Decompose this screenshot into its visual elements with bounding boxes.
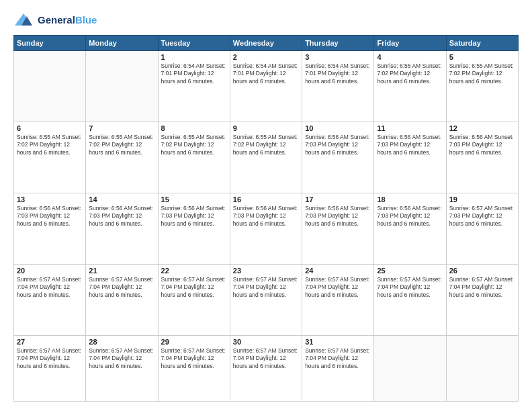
cell-info: Sunrise: 6:54 AM Sunset: 7:01 PM Dayligh… — [305, 62, 371, 85]
day-number: 31 — [305, 338, 371, 346]
day-number: 26 — [449, 267, 515, 275]
header: GeneralBlue — [13, 12, 519, 28]
cell-info: Sunrise: 6:55 AM Sunset: 7:02 PM Dayligh… — [449, 62, 515, 85]
logo-icon — [13, 12, 34, 28]
calendar-cell — [446, 335, 518, 401]
calendar-cell: 5Sunrise: 6:55 AM Sunset: 7:02 PM Daylig… — [446, 51, 518, 122]
calendar-cell: 1Sunrise: 6:54 AM Sunset: 7:01 PM Daylig… — [158, 51, 230, 122]
cell-info: Sunrise: 6:55 AM Sunset: 7:02 PM Dayligh… — [377, 62, 443, 85]
day-number: 21 — [89, 267, 154, 275]
calendar-cell: 26Sunrise: 6:57 AM Sunset: 7:04 PM Dayli… — [446, 264, 518, 335]
calendar-cell — [86, 51, 158, 122]
page: GeneralBlue SundayMondayTuesdayWednesday… — [0, 0, 532, 411]
cell-info: Sunrise: 6:57 AM Sunset: 7:03 PM Dayligh… — [449, 205, 515, 228]
day-number: 8 — [161, 124, 227, 132]
day-number: 22 — [161, 267, 227, 275]
day-number: 30 — [233, 338, 299, 346]
calendar-cell: 13Sunrise: 6:56 AM Sunset: 7:03 PM Dayli… — [14, 193, 86, 264]
day-number: 5 — [449, 53, 515, 61]
col-header-tuesday: Tuesday — [158, 36, 230, 51]
col-header-friday: Friday — [374, 36, 446, 51]
cell-info: Sunrise: 6:56 AM Sunset: 7:03 PM Dayligh… — [377, 205, 443, 228]
day-number: 1 — [161, 53, 227, 61]
calendar-cell: 27Sunrise: 6:57 AM Sunset: 7:04 PM Dayli… — [14, 335, 86, 401]
calendar-cell: 30Sunrise: 6:57 AM Sunset: 7:04 PM Dayli… — [230, 335, 302, 401]
day-number: 25 — [377, 267, 443, 275]
cell-info: Sunrise: 6:57 AM Sunset: 7:04 PM Dayligh… — [89, 276, 154, 299]
calendar-cell: 22Sunrise: 6:57 AM Sunset: 7:04 PM Dayli… — [158, 264, 230, 335]
calendar-cell: 10Sunrise: 6:56 AM Sunset: 7:03 PM Dayli… — [302, 122, 374, 193]
calendar-cell: 2Sunrise: 6:54 AM Sunset: 7:01 PM Daylig… — [230, 51, 302, 122]
cell-info: Sunrise: 6:57 AM Sunset: 7:04 PM Dayligh… — [161, 347, 227, 370]
col-header-saturday: Saturday — [446, 36, 518, 51]
day-number: 14 — [89, 195, 154, 203]
cell-info: Sunrise: 6:56 AM Sunset: 7:03 PM Dayligh… — [305, 134, 371, 156]
cell-info: Sunrise: 6:57 AM Sunset: 7:04 PM Dayligh… — [161, 276, 227, 299]
calendar-cell: 25Sunrise: 6:57 AM Sunset: 7:04 PM Dayli… — [374, 264, 446, 335]
calendar-cell: 23Sunrise: 6:57 AM Sunset: 7:04 PM Dayli… — [230, 264, 302, 335]
calendar-cell: 28Sunrise: 6:57 AM Sunset: 7:04 PM Dayli… — [86, 335, 158, 401]
calendar-cell: 7Sunrise: 6:55 AM Sunset: 7:02 PM Daylig… — [86, 122, 158, 193]
day-number: 6 — [17, 124, 83, 132]
cell-info: Sunrise: 6:56 AM Sunset: 7:03 PM Dayligh… — [377, 134, 443, 156]
calendar-cell — [374, 335, 446, 401]
cell-info: Sunrise: 6:57 AM Sunset: 7:04 PM Dayligh… — [89, 347, 154, 370]
cell-info: Sunrise: 6:55 AM Sunset: 7:02 PM Dayligh… — [161, 134, 227, 156]
cell-info: Sunrise: 6:56 AM Sunset: 7:03 PM Dayligh… — [161, 205, 227, 228]
calendar-cell: 11Sunrise: 6:56 AM Sunset: 7:03 PM Dayli… — [374, 122, 446, 193]
calendar-cell: 14Sunrise: 6:56 AM Sunset: 7:03 PM Dayli… — [86, 193, 158, 264]
logo: GeneralBlue — [13, 12, 97, 28]
day-number: 9 — [233, 124, 299, 132]
cell-info: Sunrise: 6:57 AM Sunset: 7:04 PM Dayligh… — [449, 276, 515, 299]
col-header-monday: Monday — [86, 36, 158, 51]
calendar-cell: 21Sunrise: 6:57 AM Sunset: 7:04 PM Dayli… — [86, 264, 158, 335]
calendar-cell — [14, 51, 86, 122]
day-number: 2 — [233, 53, 299, 61]
day-number: 15 — [161, 195, 227, 203]
logo-text: GeneralBlue — [38, 14, 97, 26]
calendar-cell: 20Sunrise: 6:57 AM Sunset: 7:04 PM Dayli… — [14, 264, 86, 335]
calendar-cell: 16Sunrise: 6:56 AM Sunset: 7:03 PM Dayli… — [230, 193, 302, 264]
day-number: 20 — [17, 267, 83, 275]
logo-accent: Blue — [75, 14, 97, 26]
day-number: 29 — [161, 338, 227, 346]
cell-info: Sunrise: 6:56 AM Sunset: 7:03 PM Dayligh… — [449, 134, 515, 156]
calendar-cell: 8Sunrise: 6:55 AM Sunset: 7:02 PM Daylig… — [158, 122, 230, 193]
cell-info: Sunrise: 6:56 AM Sunset: 7:03 PM Dayligh… — [89, 205, 154, 228]
cell-info: Sunrise: 6:56 AM Sunset: 7:03 PM Dayligh… — [305, 205, 371, 228]
calendar-cell: 9Sunrise: 6:55 AM Sunset: 7:02 PM Daylig… — [230, 122, 302, 193]
day-number: 3 — [305, 53, 371, 61]
day-number: 28 — [89, 338, 154, 346]
cell-info: Sunrise: 6:57 AM Sunset: 7:04 PM Dayligh… — [305, 347, 371, 370]
cell-info: Sunrise: 6:54 AM Sunset: 7:01 PM Dayligh… — [161, 62, 227, 85]
cell-info: Sunrise: 6:54 AM Sunset: 7:01 PM Dayligh… — [233, 62, 299, 85]
cell-info: Sunrise: 6:57 AM Sunset: 7:04 PM Dayligh… — [305, 276, 371, 299]
day-number: 7 — [89, 124, 154, 132]
day-number: 19 — [449, 195, 515, 203]
calendar-cell: 17Sunrise: 6:56 AM Sunset: 7:03 PM Dayli… — [302, 193, 374, 264]
cell-info: Sunrise: 6:55 AM Sunset: 7:02 PM Dayligh… — [233, 134, 299, 156]
cell-info: Sunrise: 6:55 AM Sunset: 7:02 PM Dayligh… — [17, 134, 83, 156]
cell-info: Sunrise: 6:57 AM Sunset: 7:04 PM Dayligh… — [377, 276, 443, 299]
cell-info: Sunrise: 6:56 AM Sunset: 7:03 PM Dayligh… — [233, 205, 299, 228]
calendar-cell: 31Sunrise: 6:57 AM Sunset: 7:04 PM Dayli… — [302, 335, 374, 401]
logo-line1: GeneralBlue — [38, 14, 97, 26]
cell-info: Sunrise: 6:55 AM Sunset: 7:02 PM Dayligh… — [89, 134, 154, 156]
day-number: 24 — [305, 267, 371, 275]
calendar-cell: 3Sunrise: 6:54 AM Sunset: 7:01 PM Daylig… — [302, 51, 374, 122]
day-number: 11 — [377, 124, 443, 132]
col-header-sunday: Sunday — [14, 36, 86, 51]
cell-info: Sunrise: 6:56 AM Sunset: 7:03 PM Dayligh… — [17, 205, 83, 228]
cell-info: Sunrise: 6:57 AM Sunset: 7:04 PM Dayligh… — [17, 276, 83, 299]
calendar-cell: 29Sunrise: 6:57 AM Sunset: 7:04 PM Dayli… — [158, 335, 230, 401]
cell-info: Sunrise: 6:57 AM Sunset: 7:04 PM Dayligh… — [233, 276, 299, 299]
day-number: 27 — [17, 338, 83, 346]
cell-info: Sunrise: 6:57 AM Sunset: 7:04 PM Dayligh… — [17, 347, 83, 370]
calendar-cell: 12Sunrise: 6:56 AM Sunset: 7:03 PM Dayli… — [446, 122, 518, 193]
day-number: 23 — [233, 267, 299, 275]
day-number: 16 — [233, 195, 299, 203]
calendar-cell: 4Sunrise: 6:55 AM Sunset: 7:02 PM Daylig… — [374, 51, 446, 122]
day-number: 18 — [377, 195, 443, 203]
calendar-table: SundayMondayTuesdayWednesdayThursdayFrid… — [13, 35, 519, 402]
calendar-cell: 15Sunrise: 6:56 AM Sunset: 7:03 PM Dayli… — [158, 193, 230, 264]
